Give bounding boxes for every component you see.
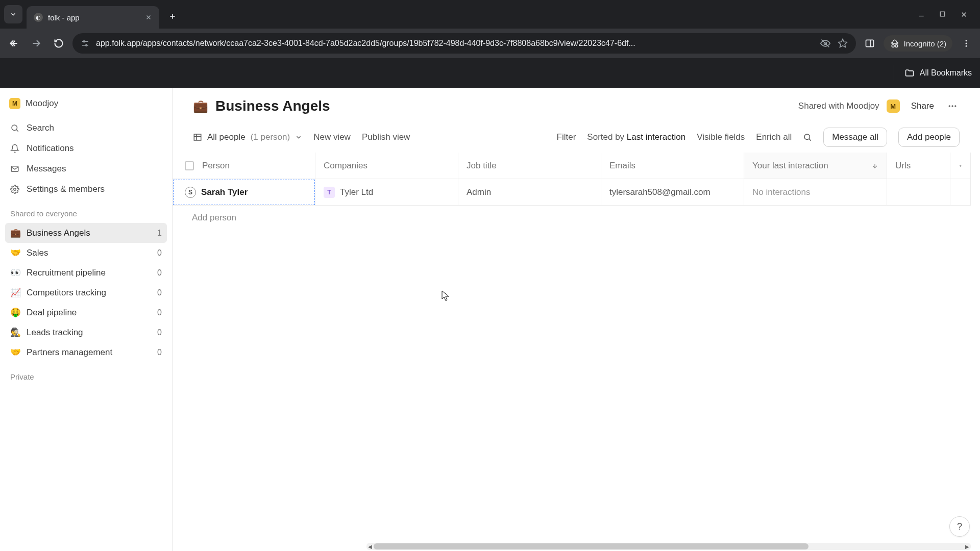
svg-point-26 — [14, 188, 16, 191]
filter-button[interactable]: Filter — [557, 132, 576, 142]
bookmark-star-icon[interactable] — [838, 38, 848, 48]
svg-point-20 — [966, 40, 967, 41]
group-label: Competitors tracking — [27, 288, 151, 298]
publish-view-button[interactable]: Publish view — [362, 132, 410, 142]
enrich-all-button[interactable]: Enrich all — [756, 132, 792, 142]
eye-off-icon[interactable] — [820, 38, 830, 48]
help-button[interactable]: ? — [949, 516, 970, 537]
add-column-button[interactable] — [950, 153, 971, 179]
tab-search-button[interactable] — [4, 5, 22, 23]
sidebar-group-item[interactable]: 💼Business Angels1 — [5, 223, 167, 243]
company-avatar: T — [324, 187, 335, 198]
cell-company[interactable]: T Tyler Ltd — [315, 179, 458, 206]
incognito-badge[interactable]: Incognito (2) — [884, 35, 952, 52]
col-emails[interactable]: Emails — [601, 153, 744, 179]
sidebar-messages[interactable]: Messages — [5, 159, 167, 179]
sidebar-group-item[interactable]: 🤝Partners management0 — [5, 342, 167, 362]
svg-point-33 — [804, 134, 810, 140]
browser-menu-icon[interactable] — [958, 35, 975, 52]
app-root: M Moodjoy Search Notifications Messages … — [0, 88, 980, 551]
cell-job-title[interactable]: Admin — [458, 179, 601, 206]
col-job-title[interactable]: Job title — [458, 153, 601, 179]
scroll-left-icon[interactable]: ◀ — [366, 543, 374, 550]
horizontal-scrollbar[interactable]: ◀ ▶ — [366, 543, 971, 550]
toolbar: All people (1 person) New view Publish v… — [173, 122, 980, 153]
tab-close-icon[interactable] — [145, 14, 152, 21]
sidebar-group-item[interactable]: 👀Recruitment pipeline0 — [5, 263, 167, 283]
minimize-icon[interactable] — [918, 11, 925, 18]
divider — [894, 65, 894, 81]
col-urls[interactable]: Urls — [887, 153, 950, 179]
group-emoji: 🕵️ — [10, 327, 20, 338]
sidebar-group-item[interactable]: 🤑Deal pipeline0 — [5, 303, 167, 322]
forward-button[interactable] — [28, 35, 45, 52]
all-bookmarks-label[interactable]: All Bookmarks — [920, 68, 972, 78]
url-bar[interactable]: app.folk.app/apps/contacts/network/ccaa7… — [72, 33, 856, 54]
message-all-button[interactable]: Message all — [823, 128, 887, 147]
group-count: 0 — [157, 348, 162, 357]
workspace-switcher[interactable]: M Moodjoy — [5, 94, 167, 117]
sidebar-messages-label: Messages — [27, 164, 66, 174]
tab-favicon: ◐ — [34, 13, 43, 22]
view-name: All people — [207, 132, 246, 142]
cell-last-interaction[interactable]: No interactions — [744, 179, 887, 206]
select-all-checkbox[interactable] — [185, 161, 194, 170]
data-table: Person Companies Job title Emails Your l… — [173, 153, 980, 206]
add-person-button[interactable]: Add person — [173, 206, 980, 230]
group-count: 0 — [157, 268, 162, 278]
scrollbar-thumb[interactable] — [374, 543, 808, 549]
main-content: 💼 Business Angels Shared with Moodjoy M … — [173, 88, 980, 551]
sidebar-notifications[interactable]: Notifications — [5, 139, 167, 158]
scroll-right-icon[interactable]: ▶ — [964, 543, 971, 550]
incognito-icon — [890, 38, 900, 48]
close-window-icon[interactable] — [960, 11, 968, 18]
view-switcher[interactable]: All people (1 person) — [193, 132, 302, 142]
sort-prefix: Sorted by — [587, 132, 624, 142]
svg-rect-5 — [940, 12, 945, 16]
reload-button[interactable] — [50, 35, 67, 52]
more-menu-icon[interactable] — [945, 101, 960, 111]
group-label: Business Angels — [27, 228, 151, 238]
page-header: 💼 Business Angels Shared with Moodjoy M … — [173, 88, 980, 122]
back-button[interactable] — [5, 35, 22, 52]
new-tab-button[interactable] — [163, 7, 182, 26]
site-settings-icon[interactable] — [81, 39, 90, 48]
window-controls — [918, 11, 976, 18]
sidebar-search[interactable]: Search — [5, 118, 167, 138]
sidebar-group-item[interactable]: 🕵️Leads tracking0 — [5, 322, 167, 342]
bell-icon — [10, 144, 19, 153]
maximize-icon[interactable] — [939, 11, 946, 18]
group-label: Partners management — [27, 347, 151, 358]
col-last-interaction[interactable]: Your last interaction — [744, 153, 887, 179]
col-companies[interactable]: Companies — [315, 153, 458, 179]
group-label: Recruitment pipeline — [27, 268, 151, 278]
sidebar-settings-label: Settings & members — [27, 184, 105, 194]
side-panel-icon[interactable] — [861, 35, 878, 52]
svg-rect-30 — [194, 134, 201, 140]
svg-marker-17 — [838, 39, 847, 47]
cell-urls[interactable] — [887, 179, 950, 206]
bookmarks-folder-icon[interactable] — [904, 68, 915, 78]
svg-point-21 — [966, 43, 967, 44]
sidebar-group-item[interactable]: 🤝Sales0 — [5, 243, 167, 263]
group-count: 0 — [157, 288, 162, 297]
visible-fields-button[interactable]: Visible fields — [697, 132, 745, 142]
group-label: Sales — [27, 248, 151, 258]
page-emoji: 💼 — [193, 99, 208, 113]
new-view-button[interactable]: New view — [313, 132, 351, 142]
add-people-button[interactable]: Add people — [898, 128, 960, 147]
sort-button[interactable]: Sorted by Last interaction — [587, 132, 685, 142]
sidebar-settings[interactable]: Settings & members — [5, 180, 167, 199]
sidebar-group-item[interactable]: 📈Competitors tracking0 — [5, 283, 167, 303]
search-table-icon[interactable] — [803, 133, 812, 142]
col-person[interactable]: Person — [173, 153, 315, 179]
cell-person[interactable]: S Sarah Tyler — [173, 179, 315, 206]
cell-email[interactable]: tylersarah508@gmail.com — [601, 179, 744, 206]
browser-tab[interactable]: ◐ folk - app — [27, 6, 159, 29]
group-label: Deal pipeline — [27, 308, 151, 318]
group-emoji: 💼 — [10, 228, 20, 238]
tab-title: folk - app — [48, 13, 140, 22]
share-button[interactable]: Share — [907, 99, 938, 113]
group-count: 0 — [157, 248, 162, 258]
workspace-name: Moodjoy — [26, 98, 58, 109]
